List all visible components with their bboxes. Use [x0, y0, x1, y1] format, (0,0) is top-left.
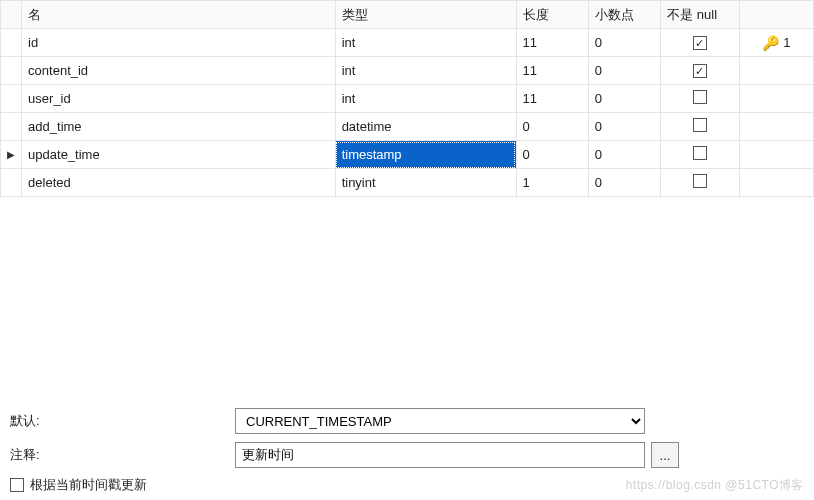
table-row[interactable]: ▶update_timetimestamp00 — [1, 141, 814, 169]
row-cursor-cell — [1, 57, 22, 85]
cell-notnull[interactable] — [661, 141, 739, 169]
header-type[interactable]: 类型 — [335, 1, 516, 29]
row-cursor-cell — [1, 29, 22, 57]
cell-type[interactable]: tinyint — [335, 169, 516, 197]
watermark-text: https://blog.csdn @51CTO博客 — [626, 477, 804, 494]
auto-update-checkbox[interactable] — [10, 478, 24, 492]
table-row[interactable]: content_idint110✓ — [1, 57, 814, 85]
primary-key-number: 1 — [783, 35, 790, 50]
default-label: 默认: — [10, 412, 235, 430]
cell-name[interactable]: add_time — [22, 113, 336, 141]
cell-key[interactable]: 🔑1 — [739, 29, 813, 57]
row-cursor-cell — [1, 85, 22, 113]
cell-key[interactable] — [739, 141, 813, 169]
comment-input[interactable] — [235, 442, 645, 468]
gutter-header — [1, 1, 22, 29]
cell-key[interactable] — [739, 169, 813, 197]
notnull-checkbox[interactable] — [693, 90, 707, 104]
cell-length[interactable]: 11 — [516, 29, 588, 57]
row-cursor-cell — [1, 169, 22, 197]
header-name[interactable]: 名 — [22, 1, 336, 29]
cell-type[interactable]: datetime — [335, 113, 516, 141]
comment-ellipsis-button[interactable]: ... — [651, 442, 679, 468]
cell-type[interactable]: int — [335, 85, 516, 113]
cell-length[interactable]: 11 — [516, 57, 588, 85]
cell-decimals[interactable]: 0 — [588, 169, 660, 197]
cell-decimals[interactable]: 0 — [588, 85, 660, 113]
cell-notnull[interactable] — [661, 169, 739, 197]
cell-length[interactable]: 0 — [516, 141, 588, 169]
cell-length[interactable]: 11 — [516, 85, 588, 113]
header-length[interactable]: 长度 — [516, 1, 588, 29]
table-row[interactable]: user_idint110 — [1, 85, 814, 113]
header-notnull[interactable]: 不是 null — [661, 1, 739, 29]
row-cursor-cell: ▶ — [1, 141, 22, 169]
cell-notnull[interactable] — [661, 113, 739, 141]
cell-notnull[interactable] — [661, 85, 739, 113]
notnull-checkbox[interactable] — [693, 146, 707, 160]
notnull-checkbox[interactable] — [693, 174, 707, 188]
table-row[interactable]: idint110✓🔑1 — [1, 29, 814, 57]
cell-type[interactable]: int — [335, 57, 516, 85]
notnull-checkbox[interactable] — [693, 118, 707, 132]
cell-notnull[interactable]: ✓ — [661, 57, 739, 85]
cell-name[interactable]: content_id — [22, 57, 336, 85]
cell-name[interactable]: user_id — [22, 85, 336, 113]
default-value-select[interactable]: CURRENT_TIMESTAMP — [235, 408, 645, 434]
header-key — [739, 1, 813, 29]
comment-label: 注释: — [10, 446, 235, 464]
cell-length[interactable]: 0 — [516, 113, 588, 141]
cell-type[interactable]: timestamp — [335, 141, 516, 169]
primary-key-icon: 🔑 — [762, 35, 779, 51]
cell-name[interactable]: id — [22, 29, 336, 57]
table-row[interactable]: deletedtinyint10 — [1, 169, 814, 197]
cell-key[interactable] — [739, 113, 813, 141]
cell-notnull[interactable]: ✓ — [661, 29, 739, 57]
columns-header-row: 名 类型 长度 小数点 不是 null — [1, 1, 814, 29]
cell-length[interactable]: 1 — [516, 169, 588, 197]
notnull-checkbox[interactable]: ✓ — [693, 64, 707, 78]
current-row-indicator-icon: ▶ — [7, 149, 15, 160]
cell-name[interactable]: update_time — [22, 141, 336, 169]
table-row[interactable]: add_timedatetime00 — [1, 113, 814, 141]
cell-type[interactable]: int — [335, 29, 516, 57]
cell-name[interactable]: deleted — [22, 169, 336, 197]
header-decimals[interactable]: 小数点 — [588, 1, 660, 29]
row-cursor-cell — [1, 113, 22, 141]
notnull-checkbox[interactable]: ✓ — [693, 36, 707, 50]
auto-update-label: 根据当前时间戳更新 — [30, 476, 147, 494]
cell-decimals[interactable]: 0 — [588, 57, 660, 85]
cell-key[interactable] — [739, 57, 813, 85]
cell-key[interactable] — [739, 85, 813, 113]
cell-decimals[interactable]: 0 — [588, 141, 660, 169]
cell-decimals[interactable]: 0 — [588, 113, 660, 141]
cell-decimals[interactable]: 0 — [588, 29, 660, 57]
columns-table[interactable]: 名 类型 长度 小数点 不是 null idint110✓🔑1content_i… — [0, 0, 814, 197]
